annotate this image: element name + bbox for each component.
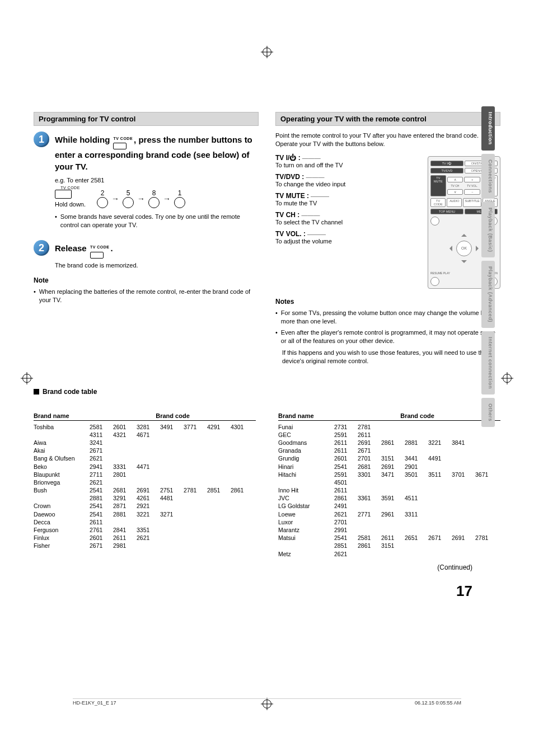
brand-name: Hitachi xyxy=(278,471,334,486)
step-2-title: Release TV CODE. xyxy=(55,240,259,258)
triangle-down-icon xyxy=(461,260,467,266)
remote-circle-icon xyxy=(430,217,439,226)
tvcode-label: TV CODE xyxy=(113,137,133,140)
step-2-title-b: . xyxy=(111,244,113,253)
brand-name: Decca xyxy=(34,518,90,526)
remote-lbl-resume: RESUME PLAY xyxy=(430,271,463,275)
tv-op-label: TV MUTE : xyxy=(275,192,309,200)
brand-name: Hinari xyxy=(278,463,334,471)
side-tab: Connections xyxy=(481,154,495,199)
code-row: Inno Hit2611 xyxy=(278,486,500,494)
continued-label: (Continued) xyxy=(34,564,500,571)
brand-codes: 2541268126912751278128512861288132914261… xyxy=(90,486,256,502)
brand-name: Toshiba xyxy=(34,423,90,439)
side-tab: Playback (Advanced) xyxy=(481,261,495,328)
side-tab: Introduction xyxy=(481,106,495,151)
note-heading: Note xyxy=(34,276,259,284)
tv-op-label: TV CH : xyxy=(275,211,299,219)
brand-codes: 2541288132213271 xyxy=(90,510,256,518)
code-row: Fisher26712981 xyxy=(34,542,256,550)
brand-name: Daewoo xyxy=(34,510,90,518)
brand-codes: 3241 xyxy=(90,439,256,447)
footer-right: 06.12.15 0:05:55 AM xyxy=(415,700,461,706)
digit-button-icon xyxy=(97,197,108,208)
remote-btn-down: ∨ xyxy=(447,189,463,195)
brand-code-section: Brand code table Brand nameBrand code To… xyxy=(34,388,500,558)
notes-heading: Notes xyxy=(275,298,500,306)
brand-name: Inno Hit xyxy=(278,486,334,494)
code-row: Toshiba258126013281349137714291430143114… xyxy=(34,423,256,439)
note-bullet: When replacing the batteries of the remo… xyxy=(34,288,259,304)
page-number: 17 xyxy=(34,583,500,600)
digit-button-icon xyxy=(123,197,134,208)
section-title-programming: Programming for TV control xyxy=(34,112,259,126)
brand-codes: 2861336135914511 xyxy=(334,494,500,502)
code-row: Brionvega2621 xyxy=(34,478,256,486)
col-hd-code: Brand code xyxy=(90,412,256,419)
brand-codes: 25913301347135013511370136714501 xyxy=(334,471,500,486)
brand-codes: 2621 xyxy=(90,454,256,462)
brand-name: Goodmans xyxy=(278,439,334,447)
brand-codes: 2491 xyxy=(334,502,500,510)
digit-label: 1 xyxy=(178,189,182,197)
button-outline-icon xyxy=(113,143,127,149)
remote-circle-icon xyxy=(430,277,439,286)
arrow-right-icon: → xyxy=(111,194,119,203)
section-title-operating: Operating your TV with the remote contro… xyxy=(275,112,500,126)
footer: HD-E1KY_01_E 17 06.12.15 0:05:55 AM xyxy=(73,698,461,706)
arrow-right-icon: → xyxy=(137,194,145,203)
button-outline-icon xyxy=(90,252,104,259)
step-1-bullet: Some brands have several codes. Try one … xyxy=(55,213,259,229)
code-row: Crown254128712921 xyxy=(34,502,256,510)
left-column: Programming for TV control 1 While holdi… xyxy=(34,112,259,365)
triangle-up-icon xyxy=(461,231,467,237)
step-1: 1 While holding TV CODE, press the numbe… xyxy=(34,132,259,232)
note-item: Even after the player's remote control i… xyxy=(275,328,500,345)
code-row: LG Goldstar2491 xyxy=(278,502,500,510)
step-number-2: 2 xyxy=(34,240,49,256)
code-row: Grundig26012701315134414491 xyxy=(278,454,500,462)
footer-left: HD-E1KY_01_E 17 xyxy=(73,700,116,706)
digit-button-icon xyxy=(148,197,160,208)
note-item: For some TVs, pressing the volume button… xyxy=(275,309,500,326)
brand-name: Granada xyxy=(278,447,334,454)
code-row: Granada26112671 xyxy=(278,447,500,454)
code-table-right: Brand nameBrand code Funai27312781GEC259… xyxy=(278,412,500,558)
tv-op-label: TV VOL. : xyxy=(275,230,306,238)
brand-codes: 27112801 xyxy=(90,471,256,478)
brand-name: Grundig xyxy=(278,454,334,462)
brand-codes: 276128413351 xyxy=(90,526,256,534)
note-text: When replacing the batteries of the remo… xyxy=(39,288,259,304)
brand-codes: 260126112621 xyxy=(90,534,256,542)
code-row: Matsui2541258126112651267126912781285128… xyxy=(278,534,500,550)
brand-name: LG Goldstar xyxy=(278,502,334,510)
brand-codes: 2541268126912901 xyxy=(334,463,500,471)
digit-label: 5 xyxy=(127,189,130,197)
code-row: Ferguson276128413351 xyxy=(34,526,256,534)
code-row: Luxor2701 xyxy=(278,518,500,526)
remote-btn-tv-power: TV I/⏻ xyxy=(430,161,463,166)
remote-btn-up: ∧ xyxy=(447,177,463,182)
triangle-left-icon xyxy=(447,246,452,251)
brand-codes: 2541258126112651267126912781285128613151 xyxy=(334,534,500,550)
remote-lbl-tvch: TV CH xyxy=(447,184,463,187)
remote-btn-topmenu: TOP MENU xyxy=(430,209,463,214)
notes-list: For some TVs, pressing the volume button… xyxy=(275,309,500,365)
step-1-title: While holding TV CODE, press the number … xyxy=(55,132,259,172)
brand-codes: 2991 xyxy=(334,526,500,534)
step-2-title-a: Release xyxy=(55,244,89,253)
step-1-bullet-text: Some brands have several codes. Try one … xyxy=(60,213,259,229)
hold-down-label: Hold down. xyxy=(55,201,86,208)
tvcode-hold: TV CODE Hold down. xyxy=(55,186,86,208)
code-table-left: Brand nameBrand code Toshiba258126013281… xyxy=(34,412,256,558)
code-row: Marantz2991 xyxy=(278,526,500,534)
remote-btn-subtitle: SUBTITLE xyxy=(463,198,481,207)
note-item: If this happens and you wish to use thos… xyxy=(282,349,500,365)
code-row: Aiwa3241 xyxy=(34,439,256,447)
code-row: Funai27312781 xyxy=(278,423,500,431)
registration-mark-icon xyxy=(503,374,512,383)
step-number-1: 1 xyxy=(34,132,49,147)
code-row: Finlux260126112621 xyxy=(34,534,256,542)
digit-sequence: 2→5→8→1 xyxy=(97,189,185,208)
brand-name: Bush xyxy=(34,486,90,502)
